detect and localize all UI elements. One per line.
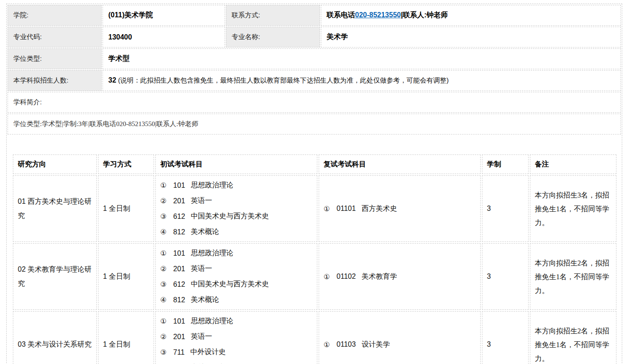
retest-exam-subjects: ①01102美术教育学	[319, 243, 481, 310]
subject-number: ②	[160, 265, 166, 273]
remark-text: 本方向拟招生2名，拟招推免生1名，不招同等学力。	[530, 243, 616, 310]
subject-name: 思想政治理论	[191, 249, 233, 258]
direction-name: 01 西方美术史与理论研究	[13, 175, 97, 242]
exam-subject: ③612中国美术史与西方美术史	[160, 209, 312, 224]
subject-name: 中国美术史与西方美术史	[191, 280, 269, 289]
subject-name: 英语一	[191, 196, 212, 206]
research-directions-table: 研究方向 学习方式 初试考试科目 复试考试科目 学制 备注 01 西方美术史与理…	[12, 153, 618, 364]
exam-subject: ①101思想政治理论	[160, 178, 312, 193]
contact-suffix: |联系人:钟老师	[401, 11, 448, 19]
info-row-college: 学院: (011)美术学院 联系方式: 联系电话020-85213550|联系人…	[8, 5, 621, 26]
subject-number: ①	[324, 205, 330, 213]
exam-subject: ④921中外工艺美术史	[160, 360, 312, 364]
initial-exam-subjects: ①101思想政治理论 ②201英语一 ③711中外设计史 ④921中外工艺美术史	[155, 311, 317, 364]
exam-subject: ①101思想政治理论	[160, 313, 312, 329]
intro-section-label: 学科简介:	[8, 92, 621, 113]
subject-code: 612	[173, 281, 185, 289]
contact-label: 联系方式:	[226, 5, 320, 26]
subject-number: ③	[160, 212, 166, 221]
subject-number: ③	[160, 280, 166, 289]
program-detail-panel: 学院: (011)美术学院 联系方式: 联系电话020-85213550|联系人…	[6, 4, 622, 364]
subject-name: 英语一	[191, 332, 212, 341]
contact-value: 联系电话020-85213550|联系人:钟老师	[321, 5, 621, 26]
subject-code: 201	[173, 197, 185, 205]
enrollment-value-cell: 32 (说明：此拟招生人数包含推免生，最终招生人数以教育部最终下达招生人数为准，…	[103, 70, 621, 91]
info-row-intro: 学科简介:	[8, 92, 621, 113]
subject-name: 中外设计史	[190, 348, 226, 357]
college-label: 学院:	[8, 5, 102, 26]
exam-subject: ③612中国美术史与西方美术史	[160, 277, 312, 292]
subject-number: ①	[160, 181, 166, 190]
major-name-value: 美术学	[321, 27, 621, 47]
duration-years: 3	[482, 311, 529, 364]
direction-name: 02 美术教育学与理论研究	[13, 243, 97, 310]
major-code-label: 专业代码:	[8, 27, 102, 47]
table-header-row: 研究方向 学习方式 初试考试科目 复试考试科目 学制 备注	[13, 154, 616, 174]
exam-subject: ④812美术概论	[160, 224, 312, 240]
study-mode: 1 全日制	[98, 175, 154, 242]
subject-name: 美术概论	[191, 295, 219, 305]
subject-name: 思想政治理论	[191, 317, 233, 326]
subject-number: ①	[324, 273, 330, 281]
header-initial-exams: 初试考试科目	[155, 154, 317, 174]
table-row: 01 西方美术史与理论研究 1 全日制 ①101思想政治理论 ②201英语一 ③…	[13, 175, 616, 242]
table-row: 02 美术教育学与理论研究 1 全日制 ①101思想政治理论 ②201英语一 ③…	[13, 243, 616, 310]
exam-subject: ①01103设计美学	[324, 337, 476, 352]
initial-exam-subjects: ①101思想政治理论 ②201英语一 ③612中国美术史与西方美术史 ④812美…	[155, 175, 317, 242]
subject-name: 设计美学	[362, 340, 390, 349]
info-row-major: 专业代码: 130400 专业名称: 美术学	[8, 27, 621, 47]
info-row-degree-type: 学位类型: 学术型	[8, 48, 621, 69]
contact-prefix: 联系电话	[327, 11, 355, 19]
header-duration: 学制	[482, 154, 529, 174]
subject-name: 美术教育学	[362, 272, 397, 281]
retest-exam-subjects: ①01101西方美术史	[319, 175, 481, 242]
header-study-mode: 学习方式	[98, 154, 154, 174]
subject-code: 01101	[336, 205, 355, 213]
subject-code: 812	[173, 296, 185, 304]
program-info-table: 学院: (011)美术学院 联系方式: 联系电话020-85213550|联系人…	[7, 4, 622, 135]
subject-number: ③	[160, 348, 166, 356]
study-mode: 1 全日制	[98, 243, 154, 310]
subject-number: ②	[160, 197, 166, 205]
exam-subject: ②201英语一	[160, 193, 312, 209]
info-row-summary: 学位类型:学术型|学制:3年|联系电话020-85213550|联系人:钟老师	[8, 114, 621, 135]
exam-subject: ②201英语一	[160, 261, 312, 277]
retest-exam-subjects: ①01103设计美学	[319, 311, 481, 364]
enrollment-note: (说明：此拟招生人数包含推免生，最终招生人数以教育部最终下达招生人数为准，此处仅…	[116, 76, 449, 84]
subject-name: 中国美术史与西方美术史	[191, 212, 269, 221]
exam-subject: ①101思想政治理论	[160, 245, 312, 261]
remark-text: 本方向拟招生2名，拟招推免生1名，不招同等学力。	[530, 311, 616, 364]
header-retest-exams: 复试考试科目	[319, 154, 481, 174]
degree-type-label: 学位类型:	[8, 48, 102, 69]
direction-name: 03 美术与设计关系研究	[13, 311, 97, 364]
subject-name: 英语一	[191, 264, 212, 273]
subject-number: ①	[324, 340, 330, 349]
header-direction: 研究方向	[13, 154, 97, 174]
subject-code: 01103	[336, 340, 355, 348]
subject-code: 201	[173, 265, 185, 273]
college-value: (011)美术学院	[103, 5, 225, 26]
contact-phone-link[interactable]: 020-85213550	[355, 11, 401, 19]
study-mode: 1 全日制	[98, 311, 154, 364]
subject-code: 711	[173, 348, 185, 356]
subject-code: 01102	[336, 273, 355, 281]
major-name-label: 专业名称:	[226, 27, 320, 47]
subject-name: 思想政治理论	[191, 181, 233, 190]
degree-type-value: 学术型	[103, 48, 621, 69]
subject-code: 101	[173, 249, 185, 257]
remark-text: 本方向拟招生3名，拟招推免生1名，不招同等学力。	[530, 175, 616, 242]
subject-number: ②	[160, 332, 166, 341]
enrollment-number: 32	[108, 76, 116, 84]
exam-subject: ④812美术概论	[160, 292, 312, 308]
exam-subject: ①01101西方美术史	[324, 201, 476, 217]
initial-exam-subjects: ①101思想政治理论 ②201英语一 ③612中国美术史与西方美术史 ④812美…	[155, 243, 317, 310]
major-code-value: 130400	[103, 27, 225, 47]
enrollment-label: 本学科拟招生人数:	[8, 70, 102, 91]
header-remark: 备注	[530, 154, 616, 174]
program-summary-line: 学位类型:学术型|学制:3年|联系电话020-85213550|联系人:钟老师	[8, 114, 621, 135]
subject-name: 美术概论	[191, 227, 219, 237]
subject-number: ④	[160, 296, 166, 304]
duration-years: 3	[482, 243, 529, 310]
exam-subject: ②201英语一	[160, 329, 312, 344]
subject-code: 101	[173, 182, 185, 190]
